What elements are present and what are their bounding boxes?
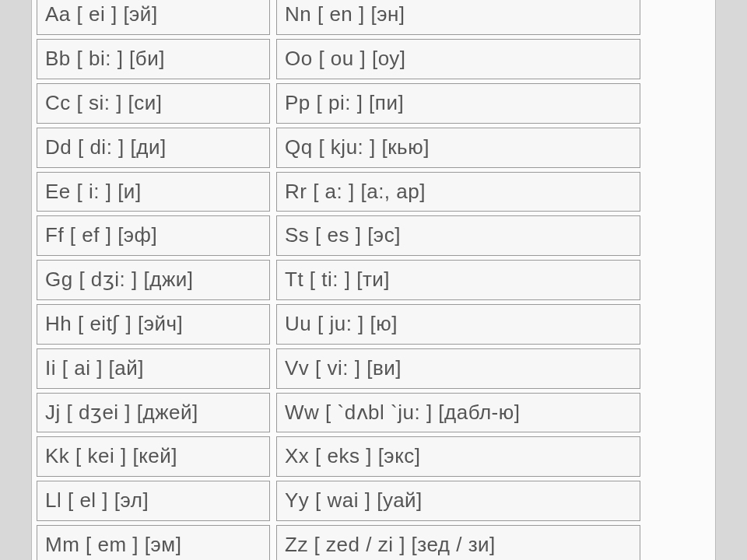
cell-e: Ee [ i: ] [и] — [37, 172, 270, 212]
cell-o: Oo [ ou ] [оу] — [276, 39, 640, 79]
cell-z: Zz [ zed / zi ] [зед / зи] — [276, 525, 640, 560]
cell-s: Ss [ es ] [эс] — [276, 215, 640, 256]
cell-q: Qq [ kju: ] [кью] — [276, 128, 640, 168]
cell-x: Xx [ eks ] [экс] — [276, 436, 640, 477]
alphabet-page: Aa [ ei ] [эй] Nn [ en ] [эн] Bb [ bi: ]… — [31, 0, 716, 560]
cell-k: Kk [ kei ] [кей] — [37, 436, 270, 477]
cell-j: Jj [ dʒei ] [джей] — [37, 393, 270, 433]
cell-h: Hh [ eitʃ ] [эйч] — [37, 304, 270, 345]
cell-g: Gg [ dʒi: ] [джи] — [37, 260, 270, 300]
cell-p: Pp [ pi: ] [пи] — [276, 83, 640, 124]
cell-f: Ff [ ef ] [эф] — [37, 215, 270, 256]
cell-w: Ww [ `dʌbl `ju: ] [дабл-ю] — [276, 393, 640, 433]
cell-u: Uu [ ju: ] [ю] — [276, 304, 640, 345]
cell-n: Nn [ en ] [эн] — [276, 0, 640, 35]
cell-b: Bb [ bi: ] [би] — [37, 39, 270, 79]
cell-a: Aa [ ei ] [эй] — [37, 0, 270, 35]
cell-t: Tt [ ti: ] [ти] — [276, 260, 640, 300]
cell-i: Ii [ ai ] [ай] — [37, 348, 270, 389]
cell-y: Yy [ wai ] [уай] — [276, 481, 640, 521]
cell-d: Dd [ di: ] [ди] — [37, 128, 270, 168]
alphabet-grid: Aa [ ei ] [эй] Nn [ en ] [эн] Bb [ bi: ]… — [37, 0, 710, 560]
cell-v: Vv [ vi: ] [ви] — [276, 348, 640, 389]
cell-r: Rr [ a: ] [а:, ар] — [276, 172, 640, 212]
cell-c: Cc [ si: ] [си] — [37, 83, 270, 124]
cell-l: Ll [ el ] [эл] — [37, 481, 270, 521]
cell-m: Mm [ em ] [эм] — [37, 525, 270, 560]
